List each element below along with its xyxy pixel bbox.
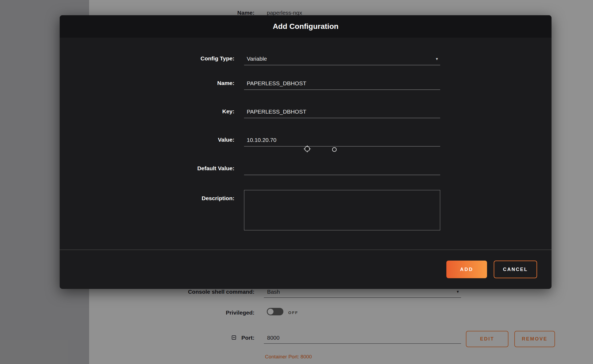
modal-header: Add Configuration	[60, 15, 552, 38]
chevron-down-icon: ▼	[435, 57, 439, 61]
value-label: Value:	[100, 137, 234, 143]
modal-title: Add Configuration	[60, 15, 552, 38]
name-value: PAPERLESS_DBHOST	[247, 80, 306, 86]
add-button[interactable]: ADD	[446, 261, 487, 278]
value-value: 10.10.20.70	[247, 137, 276, 143]
selection-ring-icon	[332, 147, 337, 152]
cancel-button[interactable]: CANCEL	[494, 261, 537, 278]
screen: Name: paperless-ngx u can g and st the n…	[0, 0, 593, 364]
config-type-select[interactable]: Variable ▼	[244, 53, 440, 65]
key-label: Key:	[100, 108, 234, 115]
key-input[interactable]: PAPERLESS_DBHOST	[244, 106, 440, 118]
description-label: Description:	[100, 195, 234, 202]
description-textarea[interactable]	[244, 190, 440, 230]
default-value-input[interactable]	[244, 163, 440, 175]
config-type-value: Variable	[247, 56, 267, 62]
key-value: PAPERLESS_DBHOST	[247, 109, 306, 115]
value-input[interactable]: 10.10.20.70	[244, 135, 440, 146]
config-type-label: Config Type:	[100, 55, 234, 62]
default-value-label: Default Value:	[100, 165, 234, 172]
modal-footer-divider	[60, 250, 552, 250]
crosshair-cursor-icon	[303, 145, 311, 153]
name-label: Name:	[100, 80, 234, 86]
name-input[interactable]: PAPERLESS_DBHOST	[244, 78, 440, 90]
